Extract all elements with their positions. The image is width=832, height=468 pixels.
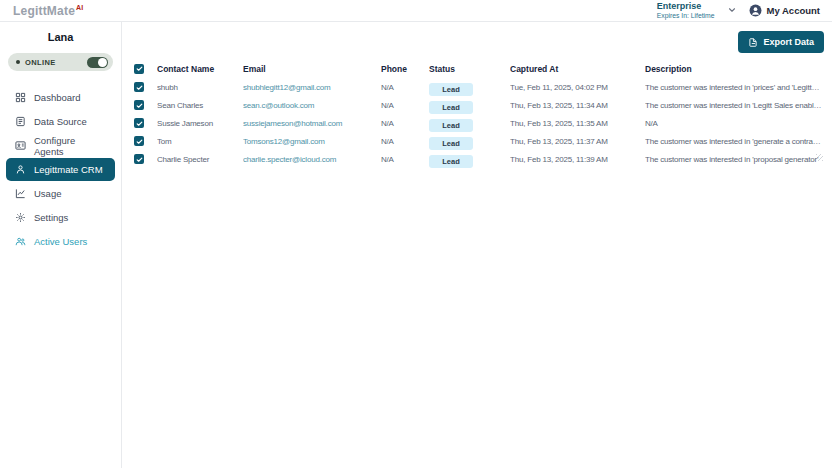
my-account-button[interactable]: My Account	[749, 4, 820, 17]
logo-text: LegittMate	[13, 4, 75, 18]
phone-cell: N/A	[381, 155, 429, 164]
sidebar: Lana ONLINE Dashboard Data Source Config…	[0, 22, 122, 468]
sidebar-item-label: Active Users	[34, 236, 87, 247]
online-status-pill: ONLINE	[8, 53, 113, 71]
contact-name-cell: Tom	[157, 137, 243, 146]
description-cell: The customer was interested in 'prices' …	[645, 83, 832, 92]
main-content: Export Data Contact Name Email Phone Sta…	[123, 22, 832, 468]
plan-name: Enterprise	[657, 2, 715, 12]
email-cell[interactable]: Tomsons12@gmail.com	[243, 137, 381, 146]
email-cell[interactable]: shubhlegitt12@gmail.com	[243, 83, 381, 92]
table-header-row: Contact Name Email Phone Status Captured…	[123, 61, 832, 76]
logo-ai-badge: AI	[76, 4, 83, 11]
captured-at-cell: Thu, Feb 13, 2025, 11:37 AM	[510, 137, 645, 146]
phone-cell: N/A	[381, 101, 429, 110]
active-users-icon	[15, 236, 26, 247]
sidebar-item-dashboard[interactable]: Dashboard	[6, 86, 115, 109]
sidebar-item-legittmate-crm[interactable]: Legittmate CRM	[6, 158, 115, 181]
dashboard-icon	[15, 92, 26, 103]
description-cell: The customer was interested in 'generate…	[645, 137, 832, 146]
contacts-table: Contact Name Email Phone Status Captured…	[123, 61, 832, 168]
status-badge: Lead	[429, 101, 473, 114]
app-logo: LegittMateAI	[13, 4, 83, 18]
table-row[interactable]: Sussie Jameson sussiejameson@hotmail.com…	[123, 114, 832, 132]
contact-name-cell: shubh	[157, 83, 243, 92]
column-header-email: Email	[243, 64, 381, 74]
contact-name-cell: Sean Charles	[157, 101, 243, 110]
table-row[interactable]: Sean Charles sean.c@outlook.com N/A Lead…	[123, 96, 832, 114]
sidebar-item-data-source[interactable]: Data Source	[6, 110, 115, 133]
column-header-description: Description	[645, 64, 832, 74]
column-header-phone: Phone	[381, 64, 429, 74]
status-badge: Lead	[429, 119, 473, 132]
table-body: shubh shubhlegitt12@gmail.com N/A Lead T…	[123, 78, 832, 168]
sidebar-nav: Dashboard Data Source Configure Agents L…	[0, 86, 121, 253]
online-status-label: ONLINE	[25, 58, 56, 67]
sidebar-item-label: Data Source	[34, 116, 87, 127]
table-row[interactable]: Tom Tomsons12@gmail.com N/A Lead Thu, Fe…	[123, 132, 832, 150]
status-badge: Lead	[429, 137, 473, 150]
sidebar-item-configure-agents[interactable]: Configure Agents	[6, 134, 115, 157]
contact-name-cell: Charlie Specter	[157, 155, 243, 164]
export-file-icon	[748, 37, 758, 48]
sidebar-item-label: Configure Agents	[34, 135, 106, 157]
row-checkbox[interactable]	[134, 100, 144, 110]
description-cell: The customer was interested in 'Legitt S…	[645, 101, 832, 110]
sidebar-item-label: Legittmate CRM	[34, 164, 103, 175]
row-checkbox[interactable]	[134, 118, 144, 128]
online-dot-icon	[16, 60, 20, 64]
captured-at-cell: Tue, Feb 11, 2025, 04:02 PM	[510, 83, 645, 92]
my-account-label: My Account	[767, 5, 820, 16]
sidebar-item-label: Settings	[34, 212, 68, 223]
email-cell[interactable]: sean.c@outlook.com	[243, 101, 381, 110]
export-button-label: Export Data	[763, 37, 814, 47]
chevron-down-icon[interactable]	[727, 5, 737, 15]
column-header-captured-at: Captured At	[510, 64, 645, 74]
table-row[interactable]: shubh shubhlegitt12@gmail.com N/A Lead T…	[123, 78, 832, 96]
online-toggle[interactable]	[87, 57, 108, 68]
plan-info: Enterprise Expires In: Lifetime	[657, 2, 715, 19]
row-checkbox[interactable]	[134, 154, 144, 164]
sidebar-item-label: Usage	[34, 188, 61, 199]
plan-expiry: Expires In: Lifetime	[657, 12, 715, 19]
crm-person-icon	[15, 164, 26, 175]
captured-at-cell: Thu, Feb 13, 2025, 11:39 AM	[510, 155, 645, 164]
gear-icon	[15, 212, 26, 223]
row-checkbox[interactable]	[134, 136, 144, 146]
export-data-button[interactable]: Export Data	[738, 31, 824, 53]
select-all-checkbox[interactable]	[134, 64, 144, 74]
status-badge: Lead	[429, 83, 473, 96]
usage-chart-icon	[15, 188, 26, 199]
email-cell[interactable]: sussiejameson@hotmail.com	[243, 119, 381, 128]
sidebar-item-settings[interactable]: Settings	[6, 206, 115, 229]
toggle-knob	[98, 58, 107, 67]
phone-cell: N/A	[381, 83, 429, 92]
resize-grip-icon[interactable]	[816, 154, 823, 161]
agent-card-icon	[15, 140, 26, 151]
captured-at-cell: Thu, Feb 13, 2025, 11:35 AM	[510, 119, 645, 128]
database-icon	[15, 116, 26, 127]
sidebar-item-active-users[interactable]: Active Users	[6, 230, 115, 253]
contact-name-cell: Sussie Jameson	[157, 119, 243, 128]
user-avatar-icon	[749, 4, 762, 17]
row-checkbox[interactable]	[134, 82, 144, 92]
email-cell[interactable]: charlie.specter@icloud.com	[243, 155, 381, 164]
description-cell: The customer was interested in 'proposal…	[645, 155, 832, 164]
table-row[interactable]: Charlie Specter charlie.specter@icloud.c…	[123, 150, 832, 168]
status-badge: Lead	[429, 155, 473, 168]
phone-cell: N/A	[381, 137, 429, 146]
sidebar-item-label: Dashboard	[34, 92, 80, 103]
captured-at-cell: Thu, Feb 13, 2025, 11:34 AM	[510, 101, 645, 110]
top-header: LegittMateAI Enterprise Expires In: Life…	[0, 0, 832, 22]
phone-cell: N/A	[381, 119, 429, 128]
column-header-contact-name: Contact Name	[157, 64, 243, 74]
agent-name-title: Lana	[0, 31, 121, 43]
column-header-status: Status	[429, 64, 510, 74]
sidebar-item-usage[interactable]: Usage	[6, 182, 115, 205]
description-cell: N/A	[645, 119, 832, 128]
